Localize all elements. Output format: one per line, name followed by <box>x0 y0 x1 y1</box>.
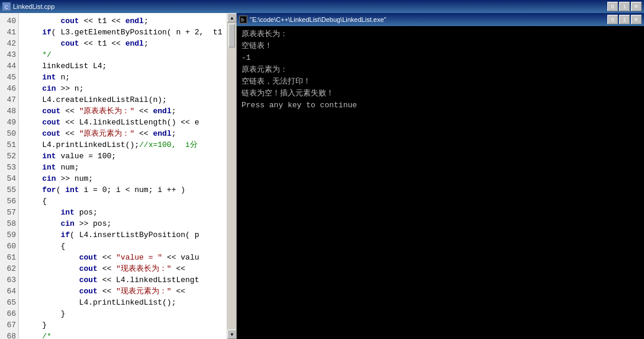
scroll-track[interactable] <box>227 23 236 330</box>
line-number: 46 <box>2 83 16 94</box>
code-line: L4.printLinkedList();//x=100, i分 <box>24 139 222 151</box>
code-line: cout << "value = " << valu <box>24 252 222 263</box>
scroll-down-button[interactable]: ▼ <box>227 330 236 339</box>
code-line: cin >> n; <box>24 83 222 94</box>
line-number: 43 <box>2 49 16 60</box>
code-line: int num; <box>24 162 222 173</box>
code-line: L4.createLinkedListRail(n); <box>24 94 222 105</box>
line-number: 61 <box>2 252 16 263</box>
line-number: 50 <box>2 128 16 139</box>
line-number: 57 <box>2 207 16 218</box>
window-controls: 0 1 ✕ <box>607 2 642 11</box>
svg-rect-3 <box>241 18 243 19</box>
console-line: -1 <box>242 52 639 64</box>
code-line: { <box>24 196 222 207</box>
window-title: LinkedList.cpp <box>13 3 607 10</box>
line-number: 64 <box>2 286 16 297</box>
maximize-button[interactable]: 1 <box>619 2 630 11</box>
line-number: 53 <box>2 162 16 173</box>
code-line: cout << L4.linkedListLengt <box>24 274 222 286</box>
svg-rect-5 <box>241 21 244 21</box>
svg-rect-4 <box>241 20 244 20</box>
code-line: cout << t1 << endl; <box>24 38 222 49</box>
code-line: if( L3.getElementByPosition( n + 2, t1 )… <box>24 27 222 38</box>
line-number: 44 <box>2 60 16 72</box>
console-maximize-button[interactable]: 1 <box>619 15 630 24</box>
console-window-controls: 0 1 ✕ <box>607 15 642 24</box>
line-number: 40 <box>2 15 16 27</box>
code-line: L4.printLinkedList(); <box>24 297 222 308</box>
console-window: "E:\code\C++\LinkedList\Debug\LinkedList… <box>237 13 644 339</box>
line-number: 66 <box>2 308 16 319</box>
code-scrollbar: ▲ ▼ <box>227 13 236 339</box>
line-number: 56 <box>2 196 16 207</box>
code-panel: 4041424344454647484950515253545556575859… <box>0 13 237 339</box>
code-line: for( int i = 0; i < num; i ++ ) <box>24 184 222 196</box>
console-title-text: "E:\code\C++\LinkedList\Debug\LinkedList… <box>250 16 607 23</box>
scroll-up-button[interactable]: ▲ <box>227 13 236 23</box>
console-line: Press any key to continue <box>242 100 639 111</box>
minimize-button[interactable]: 0 <box>607 2 618 11</box>
code-line: { <box>24 241 222 252</box>
line-number: 52 <box>2 151 16 162</box>
code-line: /* <box>24 331 222 339</box>
line-number: 62 <box>2 263 16 274</box>
line-number: 67 <box>2 319 16 331</box>
line-number: 55 <box>2 184 16 196</box>
code-line: } <box>24 319 222 331</box>
line-number: 65 <box>2 297 16 308</box>
main-content: 4041424344454647484950515253545556575859… <box>0 13 644 339</box>
code-line: */ <box>24 49 222 60</box>
code-line: int value = 100; <box>24 151 222 162</box>
code-line: cout << "现表元素为：" << <box>24 286 222 297</box>
svg-text:C: C <box>5 4 9 10</box>
close-button[interactable]: ✕ <box>631 2 642 11</box>
line-number: 54 <box>2 173 16 184</box>
code-area: 4041424344454647484950515253545556575859… <box>0 13 236 339</box>
code-line: linkedList L4; <box>24 60 222 72</box>
line-number: 41 <box>2 27 16 38</box>
line-number: 63 <box>2 274 16 286</box>
console-line: 原表元素为： <box>242 64 639 76</box>
console-title-bar: "E:\code\C++\LinkedList\Debug\LinkedList… <box>237 13 644 26</box>
title-bar: C LinkedList.cpp 0 1 ✕ <box>0 0 644 13</box>
code-line: } <box>24 308 222 319</box>
console-icon <box>239 15 247 24</box>
code-line: cout << "原表表长为：" << endl; <box>24 105 222 117</box>
code-line: if( L4.insertListByPosition( p <box>24 229 222 241</box>
console-output: 原表表长为：空链表！-1原表元素为：空链表，无法打印！链表为空！插入元素失败！P… <box>237 26 644 339</box>
line-number: 47 <box>2 94 16 105</box>
line-numbers: 4041424344454647484950515253545556575859… <box>0 13 19 339</box>
line-number: 45 <box>2 72 16 83</box>
console-minimize-button[interactable]: 0 <box>607 15 618 24</box>
code-line: cout << "现表表长为：" << <box>24 263 222 274</box>
line-number: 51 <box>2 139 16 151</box>
code-content: cout << t1 << endl; if( L3.getElementByP… <box>19 13 227 339</box>
console-line: 空链表！ <box>242 40 639 52</box>
console-close-button[interactable]: ✕ <box>631 15 642 24</box>
code-line: cout << "原表元素为：" << endl; <box>24 128 222 139</box>
console-line: 空链表，无法打印！ <box>242 76 639 88</box>
line-number: 60 <box>2 241 16 252</box>
code-line: cout << t1 << endl; <box>24 15 222 27</box>
code-line: int n; <box>24 72 222 83</box>
line-number: 42 <box>2 38 16 49</box>
line-number: 58 <box>2 218 16 229</box>
console-line: 链表为空！插入元素失败！ <box>242 88 639 100</box>
code-line: cout << L4.linkedListLength() << e <box>24 117 222 128</box>
code-line: cin >> num; <box>24 173 222 184</box>
scroll-thumb[interactable] <box>228 24 235 47</box>
code-line: int pos; <box>24 207 222 218</box>
console-line: 原表表长为： <box>242 28 639 40</box>
line-number: 68 <box>2 331 16 339</box>
app-icon: C <box>2 2 11 11</box>
line-number: 48 <box>2 105 16 117</box>
line-number: 59 <box>2 229 16 241</box>
line-number: 49 <box>2 117 16 128</box>
code-line: cin >> pos; <box>24 218 222 229</box>
